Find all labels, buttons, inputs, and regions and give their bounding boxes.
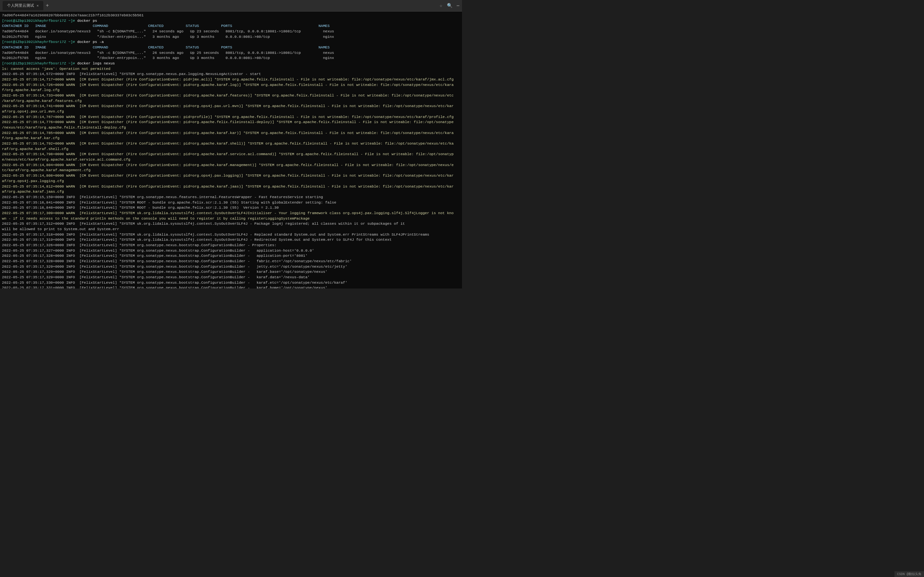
terminal-line: 2022-05-25 07:35:14,717+0000 WARN [CM Ev… bbox=[2, 77, 460, 82]
terminal-line: 2022-05-25 07:35:14,812+0000 WARN [CM Ev… bbox=[2, 184, 460, 195]
terminal-line: 2022-05-25 07:35:14,776+0000 WARN [CM Ev… bbox=[2, 119, 460, 130]
terminal-line: 2022-05-25 07:35:17,312+0000 INFO [Felix… bbox=[2, 221, 460, 232]
terminal-line: 2022-05-25 07:35:14,726+0000 WARN [CM Ev… bbox=[2, 82, 460, 93]
bookmark-icon[interactable]: ☆ bbox=[439, 3, 442, 8]
terminal-line: 2022-05-25 07:35:17,329+0000 INFO [Felix… bbox=[2, 264, 460, 269]
terminal-line: [root@iZbp1392ikhayhrfbosri7Z ~]# docker… bbox=[2, 18, 460, 24]
terminal-line: 2022-05-25 07:35:14,767+0000 WARN [CM Ev… bbox=[2, 114, 460, 120]
terminal-line: 2022-05-25 07:35:17,319+0000 INFO [Felix… bbox=[2, 237, 460, 243]
terminal-line: 2022-05-25 07:35:17,330+0000 INFO [Felix… bbox=[2, 280, 460, 285]
close-tab-button[interactable]: ✕ bbox=[37, 3, 39, 8]
terminal-line: 5c2012cf5785 nginx "/docker-entrypoin...… bbox=[2, 34, 460, 40]
terminal-line: ls: cannot access 'java': Operation not … bbox=[2, 66, 460, 72]
terminal-line: 2022-05-25 07:35:17,331+0000 INFO [Felix… bbox=[2, 285, 460, 288]
terminal-line: 7ad96fe448d47a1629608207bb6e09162e7aaac2… bbox=[2, 13, 460, 18]
terminal-line: 2022-05-25 07:35:17,329+0000 INFO [Felix… bbox=[2, 275, 460, 280]
terminal-line: 2022-05-25 07:35:17,318+0000 INFO [Felix… bbox=[2, 232, 460, 237]
terminal-line: 2022-05-25 07:35:14,733+0000 WARN [CM Ev… bbox=[2, 93, 460, 103]
search-icon[interactable]: 🔍 bbox=[447, 3, 452, 8]
terminal-line: 2022-05-25 07:35:14,808+0000 WARN [CM Ev… bbox=[2, 173, 460, 184]
terminal-line: 2022-05-25 07:35:17,309+0000 WARN [Felix… bbox=[2, 211, 460, 221]
terminal-output: 7ad96fe448d47a1629608207bb6e09162e7aaac2… bbox=[0, 11, 462, 288]
terminal-line: 2022-05-25 07:35:17,329+0000 INFO [Felix… bbox=[2, 269, 460, 275]
toolbar-icons: ☆ 🔍 ⋯ bbox=[439, 3, 459, 8]
terminal-line: 2022-05-25 07:35:17,327+0000 INFO [Felix… bbox=[2, 248, 460, 253]
terminal-line: 2022-05-25 07:35:14,798+0000 WARN [CM Ev… bbox=[2, 152, 460, 162]
terminal-line: 2022-05-25 07:35:17,326+0000 INFO [Felix… bbox=[2, 243, 460, 248]
terminal-line: 2022-05-25 07:35:14,785+0000 WARN [CM Ev… bbox=[2, 131, 460, 141]
terminal-line: 7ad96fe448d4 docker.io/sonatype/nexus3 "… bbox=[2, 50, 460, 56]
terminal-line: CONTAINER ID IMAGE COMMAND CREATED STATU… bbox=[2, 23, 460, 29]
menu-icon[interactable]: ⋯ bbox=[457, 3, 459, 8]
terminal-line: 2022-05-25 07:35:17,328+0000 INFO [Felix… bbox=[2, 253, 460, 259]
terminal-line: 2022-05-25 07:35:14,792+0000 WARN [CM Ev… bbox=[2, 141, 460, 152]
terminal-line: [root@iZbp1392ikhayhrfbosri7Z ~]# docker… bbox=[2, 61, 460, 66]
terminal-line: 2022-05-25 07:35:15,159+0000 INFO [Felix… bbox=[2, 195, 460, 200]
terminal-line: 2022-05-25 07:35:14,572+0000 INFO [Felix… bbox=[2, 71, 460, 77]
add-tab-button[interactable]: + bbox=[44, 3, 51, 9]
terminal-line: 2022-05-25 07:35:14,741+0000 WARN [CM Ev… bbox=[2, 103, 460, 114]
terminal-line: CONTAINER ID IMAGE COMMAND CREATED STATU… bbox=[2, 45, 460, 50]
terminal-line: 2022-05-25 07:35:14,804+0000 WARN [CM Ev… bbox=[2, 163, 460, 173]
terminal-line: 5c2012cf5785 nginx "/docker-entrypoin...… bbox=[2, 55, 460, 61]
terminal-line: 2022-05-25 07:35:16,848+0000 INFO [Felix… bbox=[2, 205, 460, 211]
terminal-line: 2022-05-25 07:35:17,328+0000 INFO [Felix… bbox=[2, 259, 460, 264]
terminal-line: [root@iZbp1392ikhayhrfbosri7Z ~]# docker… bbox=[2, 39, 460, 45]
terminal-tab[interactable]: 个人阿里云测试 ✕ bbox=[3, 1, 43, 10]
tab-label: 个人阿里云测试 bbox=[7, 3, 34, 8]
terminal-line: 2022-05-25 07:35:16,841+0000 INFO [Felix… bbox=[2, 200, 460, 205]
terminal-line: 7ad96fe448d4 docker.io/sonatype/nexus3 "… bbox=[2, 29, 460, 34]
title-bar: 个人阿里云测试 ✕ + ☆ 🔍 ⋯ bbox=[0, 0, 462, 11]
